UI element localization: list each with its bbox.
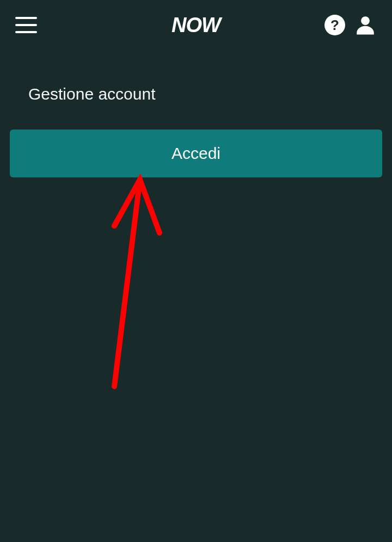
header-actions: ?	[324, 14, 377, 36]
header: NOW ?	[0, 0, 392, 50]
svg-point-0	[361, 16, 370, 25]
user-icon[interactable]	[354, 14, 377, 36]
login-button[interactable]: Accedi	[10, 130, 382, 177]
hamburger-menu-icon[interactable]	[15, 17, 37, 33]
help-icon[interactable]: ?	[324, 15, 345, 35]
brand-logo: NOW	[171, 14, 220, 37]
annotation-arrow	[106, 174, 171, 392]
page-title: Gestione account	[0, 50, 392, 103]
